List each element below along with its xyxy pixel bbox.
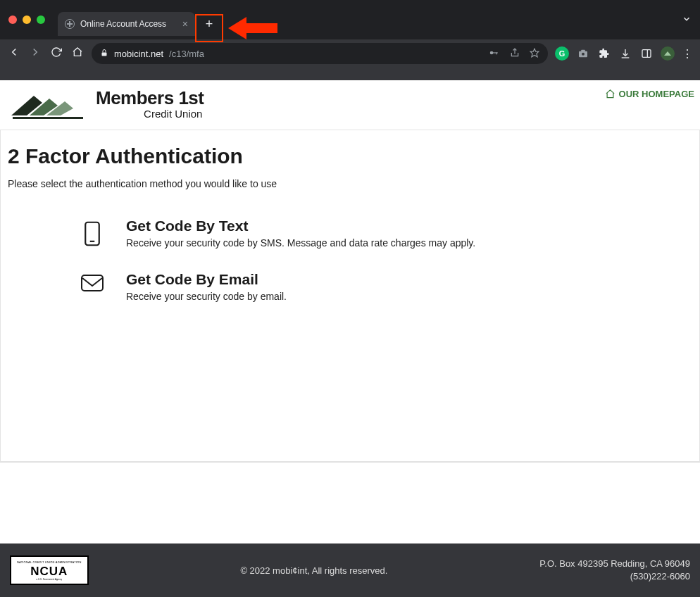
brand-logo: Members 1st Credit Union: [10, 86, 204, 121]
svg-rect-9: [642, 50, 651, 58]
url-host: mobicint.net: [114, 49, 163, 59]
homepage-link-label: OUR HOMEPAGE: [619, 89, 694, 99]
new-tab-button[interactable]: +: [199, 14, 219, 34]
mfa-option-email[interactable]: Get Code By Email Receive your security …: [8, 267, 692, 320]
extension-camera-icon[interactable]: [576, 46, 590, 61]
our-homepage-link[interactable]: OUR HOMEPAGE: [605, 86, 694, 99]
window-minimize-button[interactable]: [23, 15, 31, 24]
phone-icon: [83, 220, 101, 247]
forward-button[interactable]: [28, 46, 42, 61]
svg-rect-4: [496, 52, 497, 54]
toolbar-spacer: [0, 68, 700, 80]
svg-rect-3: [493, 52, 498, 53]
ncua-label: NCUA: [17, 565, 82, 577]
brand-name: Members 1st: [96, 89, 204, 107]
footer-address: P.O. Box 492395 Redding, CA 96049: [539, 558, 690, 570]
svg-point-2: [490, 51, 494, 54]
back-button[interactable]: [7, 46, 21, 61]
site-footer: NATIONAL CREDIT UNION ADMINISTRATION NCU…: [0, 543, 700, 597]
browser-toolbar: mobicint.net/c13/mfa G ⋮: [0, 39, 700, 68]
key-icon[interactable]: [487, 48, 500, 60]
home-icon: [605, 89, 615, 99]
mfa-option-text-desc: Receive your security code by SMS. Messa…: [126, 237, 475, 249]
extensions-puzzle-icon[interactable]: [597, 46, 611, 61]
svg-marker-15: [13, 117, 83, 119]
mfa-option-text-title: Get Code By Text: [126, 218, 475, 234]
svg-point-7: [582, 53, 585, 56]
browser-menu-button[interactable]: ⋮: [682, 47, 693, 61]
tab-title: Online Account Access: [80, 19, 177, 29]
mfa-card: 2 Factor Authentication Please select th…: [0, 130, 700, 462]
address-bar[interactable]: mobicint.net/c13/mfa: [92, 43, 548, 64]
envelope-icon: [80, 274, 104, 292]
brand-subname: Credit Union: [96, 108, 204, 119]
browser-titlebar: Online Account Access × +: [0, 0, 700, 39]
bookmark-star-icon[interactable]: [530, 48, 539, 60]
mfa-option-email-desc: Receive your security code by email.: [126, 291, 287, 302]
lock-icon: [100, 49, 108, 59]
svg-rect-1: [102, 52, 107, 56]
svg-marker-0: [228, 17, 277, 39]
window-zoom-button[interactable]: [37, 15, 45, 24]
download-icon[interactable]: [618, 46, 632, 61]
mfa-option-email-title: Get Code By Email: [126, 271, 287, 288]
close-tab-button[interactable]: ×: [182, 19, 188, 29]
url-path: /c13/mfa: [169, 49, 204, 59]
svg-rect-8: [581, 50, 585, 52]
footer-phone: (530)222-6060: [539, 570, 690, 583]
svg-rect-18: [82, 275, 103, 291]
page-subtitle: Please select the authentication method …: [8, 178, 692, 189]
extension-icons: G: [555, 46, 675, 61]
mfa-option-text[interactable]: Get Code By Text Receive your security c…: [8, 213, 692, 267]
window-close-button[interactable]: [8, 15, 17, 24]
page-title: 2 Factor Authentication: [8, 144, 692, 168]
ncua-badge: NATIONAL CREDIT UNION ADMINISTRATION NCU…: [10, 555, 89, 585]
svg-marker-11: [664, 51, 671, 56]
panel-icon[interactable]: [639, 46, 654, 61]
footer-copyright: © 2022 mobi¢int, All rights reserved.: [240, 565, 387, 576]
svg-marker-5: [530, 49, 539, 57]
home-button[interactable]: [70, 46, 85, 61]
mountain-logo-icon: [10, 86, 87, 121]
extension-grammarly-icon[interactable]: G: [555, 46, 569, 61]
chevron-down-icon[interactable]: [682, 14, 692, 27]
page: Members 1st Credit Union OUR HOMEPAGE 2 …: [0, 80, 700, 463]
annotation-arrow: [228, 15, 277, 41]
profile-avatar-icon[interactable]: [661, 46, 675, 61]
share-icon[interactable]: [510, 48, 520, 60]
browser-tab[interactable]: Online Account Access ×: [58, 12, 195, 36]
reload-button[interactable]: [49, 46, 63, 61]
window-controls: [8, 15, 45, 24]
globe-icon: [65, 19, 75, 29]
